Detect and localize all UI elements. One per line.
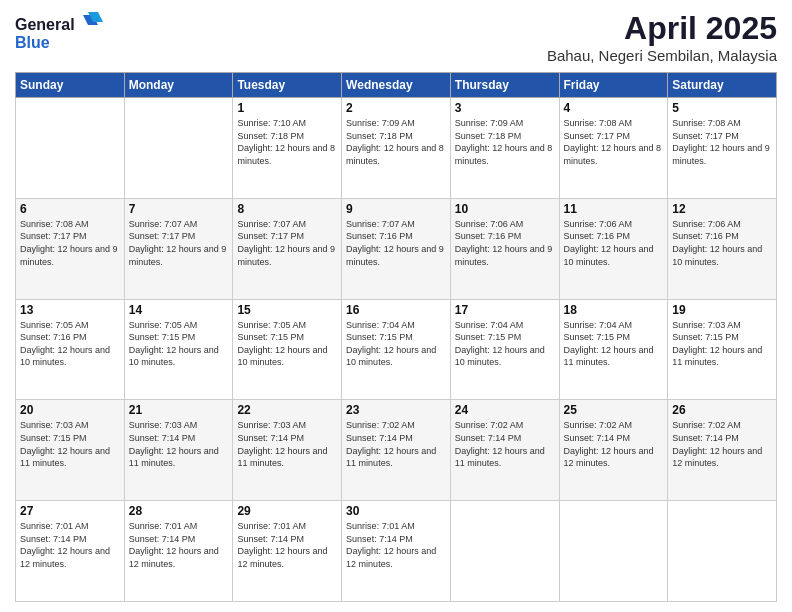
day-number: 9 xyxy=(346,202,446,216)
calendar-week-row: 1Sunrise: 7:10 AM Sunset: 7:18 PM Daylig… xyxy=(16,98,777,199)
day-detail: Sunrise: 7:03 AM Sunset: 7:15 PM Dayligh… xyxy=(20,419,120,469)
day-detail: Sunrise: 7:05 AM Sunset: 7:15 PM Dayligh… xyxy=(129,319,229,369)
day-detail: Sunrise: 7:05 AM Sunset: 7:16 PM Dayligh… xyxy=(20,319,120,369)
col-wednesday: Wednesday xyxy=(342,73,451,98)
day-detail: Sunrise: 7:01 AM Sunset: 7:14 PM Dayligh… xyxy=(237,520,337,570)
calendar-cell: 17Sunrise: 7:04 AM Sunset: 7:15 PM Dayli… xyxy=(450,299,559,400)
day-detail: Sunrise: 7:09 AM Sunset: 7:18 PM Dayligh… xyxy=(346,117,446,167)
col-sunday: Sunday xyxy=(16,73,125,98)
day-number: 19 xyxy=(672,303,772,317)
calendar-cell: 14Sunrise: 7:05 AM Sunset: 7:15 PM Dayli… xyxy=(124,299,233,400)
calendar-week-row: 27Sunrise: 7:01 AM Sunset: 7:14 PM Dayli… xyxy=(16,501,777,602)
day-detail: Sunrise: 7:02 AM Sunset: 7:14 PM Dayligh… xyxy=(455,419,555,469)
calendar-cell: 3Sunrise: 7:09 AM Sunset: 7:18 PM Daylig… xyxy=(450,98,559,199)
day-number: 23 xyxy=(346,403,446,417)
col-tuesday: Tuesday xyxy=(233,73,342,98)
day-number: 11 xyxy=(564,202,664,216)
col-monday: Monday xyxy=(124,73,233,98)
calendar-cell: 9Sunrise: 7:07 AM Sunset: 7:16 PM Daylig… xyxy=(342,198,451,299)
calendar-cell: 21Sunrise: 7:03 AM Sunset: 7:14 PM Dayli… xyxy=(124,400,233,501)
calendar-cell: 13Sunrise: 7:05 AM Sunset: 7:16 PM Dayli… xyxy=(16,299,125,400)
day-detail: Sunrise: 7:01 AM Sunset: 7:14 PM Dayligh… xyxy=(346,520,446,570)
day-number: 25 xyxy=(564,403,664,417)
calendar-cell: 4Sunrise: 7:08 AM Sunset: 7:17 PM Daylig… xyxy=(559,98,668,199)
calendar-cell: 27Sunrise: 7:01 AM Sunset: 7:14 PM Dayli… xyxy=(16,501,125,602)
day-detail: Sunrise: 7:07 AM Sunset: 7:17 PM Dayligh… xyxy=(237,218,337,268)
calendar-cell xyxy=(450,501,559,602)
calendar-cell: 18Sunrise: 7:04 AM Sunset: 7:15 PM Dayli… xyxy=(559,299,668,400)
calendar-cell: 30Sunrise: 7:01 AM Sunset: 7:14 PM Dayli… xyxy=(342,501,451,602)
day-detail: Sunrise: 7:09 AM Sunset: 7:18 PM Dayligh… xyxy=(455,117,555,167)
day-detail: Sunrise: 7:03 AM Sunset: 7:15 PM Dayligh… xyxy=(672,319,772,369)
day-number: 6 xyxy=(20,202,120,216)
calendar-table: Sunday Monday Tuesday Wednesday Thursday… xyxy=(15,72,777,602)
day-detail: Sunrise: 7:01 AM Sunset: 7:14 PM Dayligh… xyxy=(20,520,120,570)
main-title: April 2025 xyxy=(547,10,777,47)
calendar-cell: 12Sunrise: 7:06 AM Sunset: 7:16 PM Dayli… xyxy=(668,198,777,299)
calendar-cell: 24Sunrise: 7:02 AM Sunset: 7:14 PM Dayli… xyxy=(450,400,559,501)
calendar-cell: 22Sunrise: 7:03 AM Sunset: 7:14 PM Dayli… xyxy=(233,400,342,501)
day-detail: Sunrise: 7:02 AM Sunset: 7:14 PM Dayligh… xyxy=(672,419,772,469)
day-number: 17 xyxy=(455,303,555,317)
day-number: 24 xyxy=(455,403,555,417)
day-detail: Sunrise: 7:03 AM Sunset: 7:14 PM Dayligh… xyxy=(129,419,229,469)
svg-text:Blue: Blue xyxy=(15,34,50,51)
day-number: 13 xyxy=(20,303,120,317)
day-detail: Sunrise: 7:10 AM Sunset: 7:18 PM Dayligh… xyxy=(237,117,337,167)
calendar-week-row: 6Sunrise: 7:08 AM Sunset: 7:17 PM Daylig… xyxy=(16,198,777,299)
day-number: 27 xyxy=(20,504,120,518)
day-number: 8 xyxy=(237,202,337,216)
calendar-week-row: 20Sunrise: 7:03 AM Sunset: 7:15 PM Dayli… xyxy=(16,400,777,501)
day-number: 7 xyxy=(129,202,229,216)
day-number: 22 xyxy=(237,403,337,417)
calendar-cell: 26Sunrise: 7:02 AM Sunset: 7:14 PM Dayli… xyxy=(668,400,777,501)
day-number: 2 xyxy=(346,101,446,115)
day-number: 12 xyxy=(672,202,772,216)
calendar-cell: 5Sunrise: 7:08 AM Sunset: 7:17 PM Daylig… xyxy=(668,98,777,199)
day-number: 14 xyxy=(129,303,229,317)
day-detail: Sunrise: 7:03 AM Sunset: 7:14 PM Dayligh… xyxy=(237,419,337,469)
col-thursday: Thursday xyxy=(450,73,559,98)
day-detail: Sunrise: 7:07 AM Sunset: 7:17 PM Dayligh… xyxy=(129,218,229,268)
day-number: 20 xyxy=(20,403,120,417)
day-number: 28 xyxy=(129,504,229,518)
day-detail: Sunrise: 7:06 AM Sunset: 7:16 PM Dayligh… xyxy=(564,218,664,268)
calendar-cell: 29Sunrise: 7:01 AM Sunset: 7:14 PM Dayli… xyxy=(233,501,342,602)
day-detail: Sunrise: 7:04 AM Sunset: 7:15 PM Dayligh… xyxy=(455,319,555,369)
logo-block: General Blue xyxy=(15,10,105,59)
page: General Blue April 2025 Bahau, Negeri Se… xyxy=(0,0,792,612)
col-friday: Friday xyxy=(559,73,668,98)
subtitle: Bahau, Negeri Sembilan, Malaysia xyxy=(547,47,777,64)
calendar-cell: 1Sunrise: 7:10 AM Sunset: 7:18 PM Daylig… xyxy=(233,98,342,199)
day-number: 21 xyxy=(129,403,229,417)
calendar-cell: 10Sunrise: 7:06 AM Sunset: 7:16 PM Dayli… xyxy=(450,198,559,299)
svg-text:General: General xyxy=(15,16,75,33)
day-number: 15 xyxy=(237,303,337,317)
day-detail: Sunrise: 7:08 AM Sunset: 7:17 PM Dayligh… xyxy=(564,117,664,167)
calendar-cell: 8Sunrise: 7:07 AM Sunset: 7:17 PM Daylig… xyxy=(233,198,342,299)
day-detail: Sunrise: 7:04 AM Sunset: 7:15 PM Dayligh… xyxy=(564,319,664,369)
day-number: 16 xyxy=(346,303,446,317)
calendar-cell xyxy=(559,501,668,602)
calendar-cell: 20Sunrise: 7:03 AM Sunset: 7:15 PM Dayli… xyxy=(16,400,125,501)
calendar-cell: 7Sunrise: 7:07 AM Sunset: 7:17 PM Daylig… xyxy=(124,198,233,299)
calendar-header-row: Sunday Monday Tuesday Wednesday Thursday… xyxy=(16,73,777,98)
day-detail: Sunrise: 7:02 AM Sunset: 7:14 PM Dayligh… xyxy=(346,419,446,469)
day-detail: Sunrise: 7:07 AM Sunset: 7:16 PM Dayligh… xyxy=(346,218,446,268)
calendar-cell: 25Sunrise: 7:02 AM Sunset: 7:14 PM Dayli… xyxy=(559,400,668,501)
day-detail: Sunrise: 7:08 AM Sunset: 7:17 PM Dayligh… xyxy=(672,117,772,167)
day-detail: Sunrise: 7:01 AM Sunset: 7:14 PM Dayligh… xyxy=(129,520,229,570)
calendar-cell: 28Sunrise: 7:01 AM Sunset: 7:14 PM Dayli… xyxy=(124,501,233,602)
calendar-week-row: 13Sunrise: 7:05 AM Sunset: 7:16 PM Dayli… xyxy=(16,299,777,400)
day-detail: Sunrise: 7:02 AM Sunset: 7:14 PM Dayligh… xyxy=(564,419,664,469)
logo: General Blue xyxy=(15,10,105,59)
day-number: 4 xyxy=(564,101,664,115)
calendar-cell: 16Sunrise: 7:04 AM Sunset: 7:15 PM Dayli… xyxy=(342,299,451,400)
day-detail: Sunrise: 7:04 AM Sunset: 7:15 PM Dayligh… xyxy=(346,319,446,369)
day-detail: Sunrise: 7:05 AM Sunset: 7:15 PM Dayligh… xyxy=(237,319,337,369)
calendar-cell: 2Sunrise: 7:09 AM Sunset: 7:18 PM Daylig… xyxy=(342,98,451,199)
day-number: 1 xyxy=(237,101,337,115)
day-number: 30 xyxy=(346,504,446,518)
day-number: 26 xyxy=(672,403,772,417)
header: General Blue April 2025 Bahau, Negeri Se… xyxy=(15,10,777,64)
